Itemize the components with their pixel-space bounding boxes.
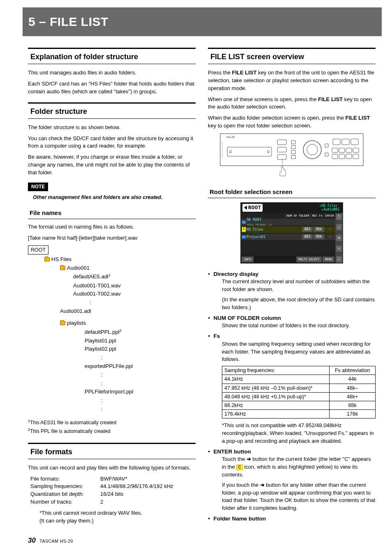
tree-leaf: Audio001-T001.wav — [30, 282, 196, 290]
note-label: NOTE — [28, 183, 48, 191]
tree-dots: : — [30, 405, 196, 414]
tree-dots: : — [30, 298, 196, 307]
bullet-body: Shows the total number of folders in the… — [208, 322, 376, 330]
spec-row: Number of tracks:2 — [28, 498, 196, 506]
para: Press the FILE LIST key on the front of … — [208, 69, 376, 92]
para: The format used in naming files is as fo… — [28, 223, 196, 231]
fs-table: Sampling frequencies:Fs abbreviation 44.… — [222, 366, 376, 419]
bullet-body: (In the example above, the root director… — [208, 296, 376, 312]
wav-note: *This unit cannot record ordinary WAV fi… — [28, 509, 196, 517]
section-explanation-title: Explanation of folder structure — [28, 48, 196, 64]
section-folder-structure-title: Folder structure — [28, 102, 196, 119]
bullet-directory-display: Directory display — [208, 270, 376, 278]
para: Be aware, however, if you change or eras… — [28, 153, 196, 177]
bullet-body: Touch the ➜ button for the current folde… — [208, 456, 376, 479]
tree-leaf: defaultPPL.ppl — [85, 329, 120, 335]
page-number: 30 — [28, 536, 36, 544]
root-screen-figure: ROOT ▸HS Files ▸Audio001 NUM OF FOLDERRE… — [240, 202, 343, 264]
tree-leaf: PPLFileforImport.ppl — [30, 388, 196, 396]
tree-node: playlists — [67, 320, 86, 326]
bullet-body: Shows the sampling frequency setting use… — [208, 340, 376, 364]
spec-row: Quantization bit depth:16/24 bits — [28, 490, 196, 498]
bullet-enter-button: ENTER button — [208, 448, 376, 456]
footnote: 1This AES31 file is automatically create… — [28, 419, 196, 426]
tree-leaf: exportedPPLFile.ppl — [30, 362, 196, 371]
tree-node: HS Files — [51, 256, 71, 262]
tree-root-box: ROOT — [28, 245, 48, 254]
tree-dots: : — [30, 354, 196, 362]
footnote: 2This PPL file is automatically created — [28, 427, 196, 435]
para: This unit can record and play files with… — [28, 464, 196, 472]
para: This unit manages audio files in audio f… — [28, 69, 196, 77]
para: [Take name first half]-[letter][take num… — [28, 234, 196, 242]
tree-leaf: defaultAES.adl — [73, 274, 108, 280]
bullet-num-of-folder: NUM OF FOLDER column — [208, 314, 376, 322]
svg-text:HS-20: HS-20 — [226, 136, 235, 139]
tree-leaf: Audio001.adl — [30, 307, 196, 316]
content-columns: Explanation of folder structure This uni… — [0, 36, 392, 525]
bullet-folder-name-button: Folder Name button — [208, 515, 376, 523]
spec-row: File formats:BWF/WAV* — [28, 475, 196, 483]
fs-table-wrap: Sampling frequencies:Fs abbreviation 44.… — [208, 366, 376, 419]
chapter-header: 5 – FILE LIST — [23, 7, 382, 36]
model-name: TASCAM HS-20 — [39, 539, 73, 543]
folder-tree: HS Files Audio001 defaultAES.adl1 Audio0… — [28, 255, 196, 414]
bullet-body: If you touch the ➜ button for any folder… — [208, 481, 376, 512]
svg-rect-3 — [227, 147, 272, 156]
tree-dots: : — [30, 379, 196, 388]
bullet-body: The current directory level and number o… — [208, 278, 376, 294]
para: The folder structure is as shown below. — [28, 124, 196, 132]
sub-root-selection: Root folder selection screen — [208, 186, 376, 198]
left-column: Explanation of folder structure This uni… — [28, 48, 196, 525]
device-figure: HS-20 — [220, 133, 364, 178]
chapter-title: 5 – FILE LIST — [28, 13, 108, 31]
tree-leaf: Playlist02.ppl — [30, 345, 196, 354]
c-icon: C — [236, 465, 242, 470]
tree-leaf: Playlist01.ppl — [30, 337, 196, 345]
right-column: FILE LIST screen overview Press the FILE… — [208, 48, 376, 525]
folder-icon — [44, 257, 50, 261]
para: Each SD/CF card has an "HS Files" folder… — [28, 80, 196, 96]
wav-note: (It can only play them.) — [28, 517, 196, 525]
folder-icon — [60, 321, 65, 325]
tree-dots: : — [30, 371, 196, 379]
para: When one of these screens is open, press… — [208, 96, 376, 111]
fs-note: *This unit is not compatible with 47.952… — [208, 422, 376, 445]
para: When the audio folder selection screen i… — [208, 114, 376, 130]
section-overview-title: FILE LIST screen overview — [208, 48, 376, 64]
page-footer: 30 TASCAM HS-20 — [28, 536, 73, 546]
para: You can check the SD/CF card folder and … — [28, 135, 196, 150]
tree-node: Audio001 — [67, 265, 90, 271]
section-file-formats-title: File formats — [28, 443, 196, 459]
folder-icon — [60, 266, 65, 270]
note-text: Other management files and folders are a… — [28, 194, 196, 201]
sub-file-names: File names — [28, 207, 196, 219]
tree-leaf: Audio001-T002.wav — [30, 290, 196, 298]
tree-dots: : — [30, 396, 196, 405]
spec-row: Sampling frequencies:44.1/48/88.2/96/176… — [28, 483, 196, 490]
bullet-fs: Fs — [208, 332, 376, 340]
